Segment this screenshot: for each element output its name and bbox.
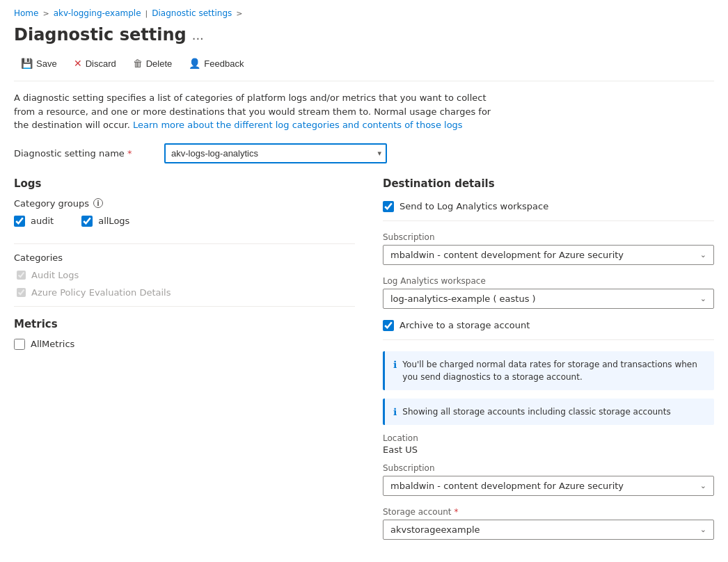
discard-icon: ✕ [74,58,82,69]
policy-eval-label: Azure Policy Evaluation Details [31,287,171,298]
discard-button[interactable]: ✕ Discard [67,54,123,72]
storage-info-box-1: ℹ You'll be charged normal data rates fo… [383,351,714,390]
allmetrics-checkbox[interactable] [14,339,25,350]
category-groups-title: Category groups i [14,198,355,209]
audit-checkbox-row: audit [14,216,54,227]
log-analytics-divider [383,220,714,221]
log-analytics-label: Send to Log Analytics workspace [399,201,548,211]
location-row: Location East US [383,433,714,455]
breadcrumb-current[interactable]: Diagnostic settings [152,8,232,18]
chevron-down-icon: ⌄ [700,525,706,534]
feedback-button[interactable]: 👤 Feedback [182,54,251,72]
storage-info-box-2: ℹ Showing all storage accounts including… [383,399,714,425]
subscription-dropdown-analytics[interactable]: mbaldwin - content development for Azure… [383,245,714,265]
audit-logs-row: Audit Logs [14,270,355,280]
allmetrics-checkbox-row: AllMetrics [14,339,355,350]
chevron-down-icon: ⌄ [700,294,706,303]
workspace-label: Log Analytics workspace [383,276,714,286]
storage-account-value: akvstorageexample [390,524,480,535]
save-button[interactable]: 💾 Save [14,54,64,72]
location-label: Location [383,433,714,443]
subscription-label-analytics: Subscription [383,232,714,242]
metrics-section: Metrics AllMetrics [14,318,355,350]
logs-section-title: Logs [14,177,355,190]
save-icon: 💾 [21,58,33,69]
diagnostic-name-wrapper: ▾ [164,143,387,163]
category-groups-checkboxes: audit allLogs [14,216,355,232]
delete-icon: 🗑 [133,58,143,69]
audit-logs-checkbox[interactable] [17,271,26,280]
info-circle-icon: ℹ [393,359,397,383]
workspace-group: Log Analytics workspace log-analytics-ex… [383,276,714,309]
chevron-down-icon: ⌄ [700,250,706,259]
subscription-value-analytics: mbaldwin - content development for Azure… [390,250,624,260]
workspace-value: log-analytics-example ( eastus ) [390,294,536,304]
main-content: Logs Category groups i audit allLogs [14,177,714,551]
description-link[interactable]: Learn more about the different log categ… [133,120,463,130]
chevron-down-icon: ⌄ [700,481,706,490]
subscription-label-storage: Subscription [383,463,714,473]
subscription-group-storage: Subscription mbaldwin - content developm… [383,463,714,496]
breadcrumb-example[interactable]: akv-logging-example [54,8,141,18]
storage-account-label: Archive to a storage account [399,320,530,330]
metrics-section-title: Metrics [14,318,355,330]
subscription-value-storage: mbaldwin - content development for Azure… [390,481,624,491]
policy-eval-row: Azure Policy Evaluation Details [14,287,355,298]
left-panel: Logs Category groups i audit allLogs [14,177,355,551]
logs-divider [14,243,355,244]
audit-label: audit [31,216,54,226]
alllogs-label: allLogs [98,216,129,226]
categories-section: Categories Audit Logs Azure Policy Evalu… [14,252,355,298]
alllogs-checkbox-row: allLogs [81,216,129,227]
breadcrumb: Home > akv-logging-example | Diagnostic … [14,8,714,18]
diagnostic-name-input[interactable] [164,143,387,163]
diagnostic-name-label: Diagnostic setting name * [14,148,153,159]
audit-checkbox[interactable] [14,216,25,227]
log-analytics-option: Send to Log Analytics workspace [383,201,714,212]
storage-divider [383,339,714,340]
storage-account-dropdown[interactable]: akvstorageexample ⌄ [383,520,714,540]
storage-info-text-1: You'll be charged normal data rates for … [402,358,706,383]
description: A diagnostic setting specifies a list of… [14,91,501,132]
diagnostic-name-row: Diagnostic setting name * ▾ [14,143,714,163]
page-title-ellipsis: ... [192,28,204,42]
log-analytics-checkbox[interactable] [383,201,394,212]
allmetrics-label: AllMetrics [31,339,74,349]
page-title: Diagnostic setting ... [14,25,714,45]
breadcrumb-home[interactable]: Home [14,8,38,18]
storage-info-text-2: Showing all storage accounts including c… [402,406,670,418]
alllogs-checkbox[interactable] [81,216,93,227]
categories-title: Categories [14,252,355,263]
policy-eval-checkbox[interactable] [17,288,26,297]
audit-logs-label: Audit Logs [31,270,79,280]
subscription-dropdown-storage[interactable]: mbaldwin - content development for Azure… [383,476,714,496]
storage-account-option: Archive to a storage account [383,320,714,331]
right-panel: Destination details Send to Log Analytic… [383,177,714,551]
destination-title: Destination details [383,177,714,190]
chevron-down-icon: ▾ [377,149,381,158]
feedback-icon: 👤 [189,58,200,69]
metrics-divider [14,306,355,307]
storage-account-group: Storage account * akvstorageexample ⌄ [383,507,714,540]
info-circle-icon-2: ℹ [393,406,397,418]
delete-button[interactable]: 🗑 Delete [126,54,180,72]
location-value: East US [383,444,714,455]
toolbar: 💾 Save ✕ Discard 🗑 Delete 👤 Feedback [14,54,714,81]
storage-account-label-field: Storage account * [383,507,714,517]
storage-account-checkbox[interactable] [383,320,394,331]
info-icon[interactable]: i [93,198,103,208]
workspace-dropdown[interactable]: log-analytics-example ( eastus ) ⌄ [383,289,714,309]
subscription-group-analytics: Subscription mbaldwin - content developm… [383,232,714,265]
